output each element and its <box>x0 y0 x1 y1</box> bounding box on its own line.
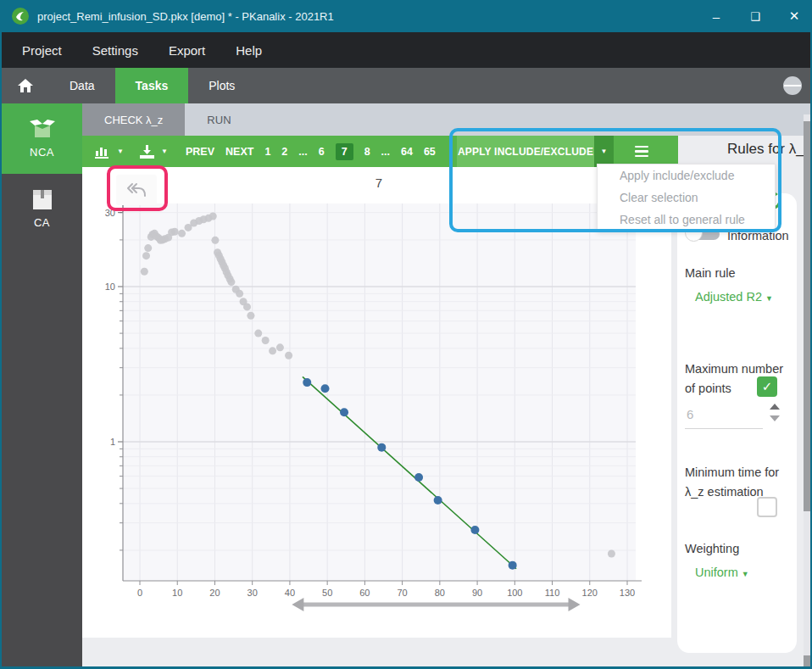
sidebar-item-ca[interactable]: CA <box>2 174 82 244</box>
x-tick-label: 100 <box>507 588 522 598</box>
spinner-up-icon[interactable] <box>770 404 780 410</box>
pagination: PREVNEXT12...678...6465 <box>186 136 436 167</box>
maximize-button[interactable]: ❑ <box>736 0 775 32</box>
weighting-label: Weighting <box>685 542 739 555</box>
x-tick-label: 120 <box>582 588 598 598</box>
y-tick-label: 1 <box>110 437 115 447</box>
sidebar: NCACA <box>2 103 82 667</box>
menu-item-reset-all[interactable]: Reset all to general rule <box>598 209 775 231</box>
data-point-excluded[interactable] <box>142 252 150 259</box>
vertical-scrollbar-stub <box>804 655 812 667</box>
data-point-included[interactable] <box>340 408 348 416</box>
data-point-included[interactable] <box>434 496 442 505</box>
x-tick-label: 60 <box>359 588 370 598</box>
max-points-input-underline <box>685 428 763 429</box>
export-caret-icon[interactable]: ▼ <box>161 148 168 155</box>
x-tick-label: 10 <box>172 588 182 598</box>
slider-left-arrow-icon[interactable] <box>292 598 303 611</box>
x-tick-label: 80 <box>435 588 445 598</box>
minimize-button[interactable]: – <box>697 0 736 32</box>
subtab-check-lambda-z[interactable]: CHECK λ_z <box>82 103 185 136</box>
comment-bubble-icon[interactable] <box>783 76 802 95</box>
max-points-label-line1: Maximum number <box>685 362 783 376</box>
data-point-excluded[interactable] <box>269 347 276 354</box>
chart-type-icon[interactable] <box>94 144 111 159</box>
menu-item-clear-selection[interactable]: Clear selection <box>598 187 775 209</box>
plot-undo-button[interactable] <box>116 175 157 205</box>
x-tick-label: 70 <box>397 588 407 598</box>
page-button-65[interactable]: 65 <box>424 146 436 158</box>
slider-right-arrow-icon[interactable] <box>569 598 581 611</box>
data-point-included[interactable] <box>303 378 311 387</box>
main-rule-label: Main rule <box>685 266 736 280</box>
x-tick-label: 30 <box>247 588 258 598</box>
data-point-excluded[interactable] <box>254 330 262 337</box>
weighting-select[interactable]: Uniform ▼ <box>695 566 749 579</box>
data-point-included[interactable] <box>509 561 517 570</box>
menu-item-project[interactable]: Project <box>12 32 72 68</box>
menu-item-export[interactable]: Export <box>159 32 215 68</box>
page-prev[interactable]: PREV <box>186 146 214 158</box>
data-point-included[interactable] <box>377 443 386 452</box>
data-point-excluded[interactable] <box>608 549 615 557</box>
home-icon <box>17 78 34 93</box>
tab-data[interactable]: Data <box>49 68 115 103</box>
data-point-excluded[interactable] <box>276 343 284 351</box>
sidebar-item-nca[interactable]: NCA <box>2 103 82 174</box>
data-point-excluded[interactable] <box>243 303 251 310</box>
apply-context-menu: Apply include/excludeClear selectionRese… <box>597 164 776 231</box>
y-tick-label: 10 <box>105 282 115 292</box>
spinner-down-icon[interactable] <box>770 415 780 421</box>
max-points-checkbox[interactable]: ✓ <box>757 376 777 397</box>
export-download-icon[interactable] <box>138 144 155 159</box>
menu-item-apply-include-exclude[interactable]: Apply include/exclude <box>598 164 775 187</box>
data-point-excluded[interactable] <box>171 228 179 236</box>
x-tick-label: 110 <box>545 588 560 598</box>
tab-tasks[interactable]: Tasks <box>115 68 189 103</box>
tab-plots[interactable]: Plots <box>188 68 255 103</box>
data-point-excluded[interactable] <box>209 213 217 220</box>
page-next[interactable]: NEXT <box>225 146 253 158</box>
plot-toolbar: ▼ ▼ PREVNEXT12...678...6465 APPLY INCLUD… <box>82 136 678 167</box>
plot-area[interactable] <box>123 203 636 581</box>
menu-item-settings[interactable]: Settings <box>82 32 148 68</box>
min-time-label-line2: λ_z estimation <box>685 485 764 499</box>
data-point-excluded[interactable] <box>247 312 254 320</box>
apply-dropdown-caret-icon[interactable]: ▼ <box>594 136 614 167</box>
sidebar-item-label: NCA <box>30 146 54 159</box>
page-button-2[interactable]: 2 <box>281 146 287 158</box>
sidebar-item-label: CA <box>34 216 50 229</box>
main-rule-select[interactable]: Adjusted R2 ▼ <box>695 290 773 304</box>
data-point-excluded[interactable] <box>285 352 292 360</box>
data-point-included[interactable] <box>321 384 330 393</box>
min-time-checkbox[interactable] <box>757 497 777 517</box>
page-button-8[interactable]: 8 <box>364 146 370 158</box>
chart-type-caret-icon[interactable]: ▼ <box>117 148 124 155</box>
page-button-7[interactable]: 7 <box>336 143 353 160</box>
data-point-excluded[interactable] <box>178 230 186 237</box>
data-point-excluded[interactable] <box>211 237 219 244</box>
page-button-64[interactable]: 64 <box>401 146 413 158</box>
apply-include-exclude-button[interactable]: APPLY INCLUDE/EXCLUDE <box>457 136 594 167</box>
page-ellipsis: ... <box>381 146 390 158</box>
vertical-scrollbar-thumb[interactable] <box>804 121 812 511</box>
data-point-excluded[interactable] <box>236 290 243 298</box>
max-points-input[interactable]: 6 <box>687 407 693 421</box>
chevron-down-icon: ▼ <box>765 294 773 303</box>
page-button-1[interactable]: 1 <box>264 146 270 158</box>
hamburger-menu-button[interactable] <box>627 136 656 167</box>
data-point-included[interactable] <box>414 473 423 482</box>
subtab-run[interactable]: RUN <box>185 103 253 136</box>
chevron-down-icon: ▼ <box>742 570 749 578</box>
data-point-included[interactable] <box>470 526 479 534</box>
app-logo-icon <box>12 8 29 25</box>
close-button[interactable]: ✕ <box>775 0 812 32</box>
y-tick-label: 30 <box>105 208 115 218</box>
data-point-excluded[interactable] <box>141 268 148 276</box>
home-button[interactable] <box>2 68 49 103</box>
data-point-excluded[interactable] <box>262 337 270 344</box>
data-point-excluded[interactable] <box>144 244 152 252</box>
page-button-6[interactable]: 6 <box>319 146 325 158</box>
menu-item-help[interactable]: Help <box>225 32 272 68</box>
data-point-excluded[interactable] <box>227 278 235 286</box>
